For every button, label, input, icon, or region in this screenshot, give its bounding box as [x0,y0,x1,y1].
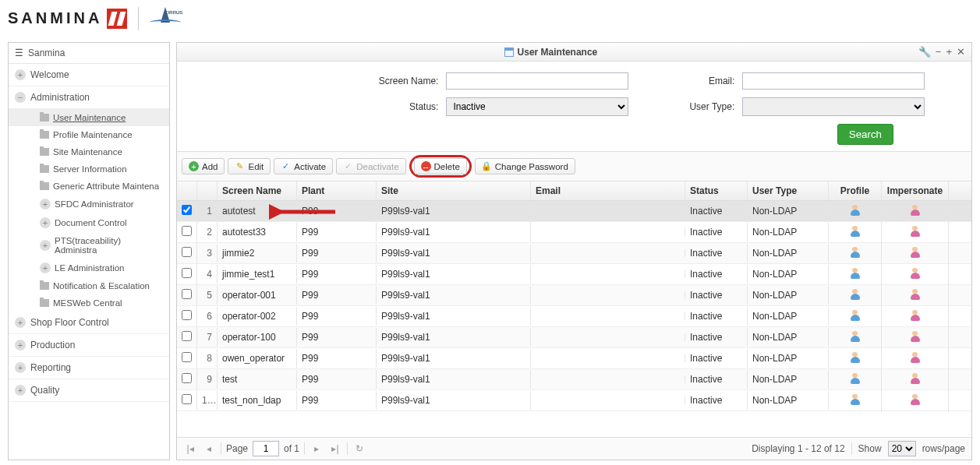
impersonate-icon[interactable] [909,225,922,238]
table-row[interactable]: 1autotestP99P99ls9-val1InactiveNon-LDAP [177,201,971,222]
screen-name-input[interactable] [446,72,628,90]
table-row[interactable]: 5operator-001P99P99ls9-val1InactiveNon-L… [177,285,971,306]
row-checkbox[interactable] [182,352,192,362]
expand-icon[interactable]: + [40,199,51,210]
sidebar-subitem[interactable]: Notification & Escalation [9,277,169,294]
profile-icon[interactable] [849,372,861,385]
impersonate-icon[interactable] [909,330,922,343]
sidebar-subitem[interactable]: Generic Attribute Maintena [9,178,169,195]
minimize-icon[interactable]: − [936,46,942,58]
sidebar-subitem[interactable]: User Maintenance [9,109,169,126]
col-site[interactable]: Site [377,181,531,200]
email-input[interactable] [742,72,925,90]
table-row[interactable]: 6operator-002P99P99ls9-val1InactiveNon-L… [177,306,971,327]
close-icon[interactable]: ✕ [957,46,965,58]
row-checkbox[interactable] [182,331,192,341]
user-type-select[interactable] [742,97,925,116]
impersonate-icon[interactable] [909,372,922,385]
sidebar-subitem[interactable]: +SFDC Administrator [9,195,169,213]
profile-icon[interactable] [849,330,861,343]
sidebar-subitem[interactable]: +PTS(traceability) Administra [9,232,169,259]
col-status[interactable]: Status [685,181,748,200]
row-checkbox[interactable] [182,247,192,257]
search-button[interactable]: Search [837,124,893,145]
col-email[interactable]: Email [531,181,685,200]
sidebar-subitem[interactable]: Site Maintenance [9,143,169,160]
col-screen-name[interactable]: Screen Name [218,181,297,200]
col-profile[interactable]: Profile [829,181,882,200]
profile-icon[interactable] [849,351,861,364]
impersonate-icon[interactable] [909,393,922,406]
grid-body[interactable]: 1autotestP99P99ls9-val1InactiveNon-LDAP2… [177,201,971,437]
sidebar-item[interactable]: +Welcome [9,64,169,86]
table-row[interactable]: 10test_non_ldapP99P99ls9-val1InactiveNon… [177,390,971,411]
maximize-icon[interactable]: + [946,46,952,58]
profile-icon[interactable] [849,267,861,280]
impersonate-icon[interactable] [909,351,922,364]
row-checkbox[interactable] [182,226,192,236]
row-checkbox[interactable] [182,310,192,320]
sidebar-subitem[interactable]: +LE Administration [9,259,169,277]
sidebar-subitem[interactable]: MESWeb Central [9,294,169,312]
table-row[interactable]: 8owen_operatorP99P99ls9-val1InactiveNon-… [177,348,971,369]
col-plant[interactable]: Plant [297,181,377,200]
sidebar-subitem[interactable]: +Document Control [9,213,169,232]
profile-icon[interactable] [849,288,861,301]
expand-icon[interactable]: + [15,385,26,396]
page-next-button[interactable]: ▸ [310,442,324,456]
deactivate-button[interactable]: ✓ Deactivate [336,158,405,174]
cell-status: Inactive [685,349,748,368]
expand-icon[interactable]: + [40,217,51,228]
profile-icon[interactable] [849,204,861,217]
sidebar-subitem[interactable]: Profile Maintenance [9,126,169,143]
impersonate-icon[interactable] [909,267,922,280]
expand-icon[interactable]: + [15,340,26,351]
col-user-type[interactable]: User Type [748,181,829,200]
profile-icon[interactable] [849,393,861,406]
profile-icon[interactable] [849,309,861,322]
sidebar-item[interactable]: −Administration [9,86,169,109]
wrench-icon[interactable]: 🔧 [918,46,931,58]
edit-button[interactable]: ✎ Edit [228,158,271,174]
profile-icon[interactable] [849,225,861,238]
row-checkbox[interactable] [182,373,192,383]
change-password-button[interactable]: 🔒 Change Password [475,158,575,174]
status-select[interactable]: Inactive [446,97,628,116]
table-row[interactable]: 9testP99P99ls9-val1InactiveNon-LDAP [177,369,971,390]
expand-icon[interactable]: + [15,317,26,328]
row-checkbox[interactable] [182,394,192,404]
expand-icon[interactable]: + [15,69,26,80]
col-impersonate[interactable]: Impersonate [882,181,949,200]
page-size-select[interactable]: 20 [888,441,916,456]
sidebar-item[interactable]: +Quality [9,379,169,402]
sidebar-item[interactable]: +Shop Floor Control [9,312,169,334]
profile-icon[interactable] [849,246,861,259]
row-checkbox[interactable] [182,268,192,278]
activate-button[interactable]: ✓ Activate [274,158,333,174]
impersonate-icon[interactable] [909,246,922,259]
row-checkbox[interactable] [182,205,192,215]
impersonate-icon[interactable] [909,204,922,217]
sidebar-subitem[interactable]: Server Information [9,160,169,178]
page-of-label: of 1 [284,443,299,454]
page-last-button[interactable]: ▸| [328,442,342,456]
page-prev-button[interactable]: ◂ [202,442,216,456]
collapse-icon[interactable]: − [15,92,26,103]
page-input[interactable] [253,441,279,456]
table-row[interactable]: 7operator-100P99P99ls9-val1InactiveNon-L… [177,327,971,348]
refresh-button[interactable]: ↻ [352,442,366,456]
impersonate-icon[interactable] [909,288,922,301]
impersonate-icon[interactable] [909,309,922,322]
delete-button[interactable]: – Delete [414,158,467,174]
row-checkbox[interactable] [182,289,192,299]
table-row[interactable]: 3jimmie2P99P99ls9-val1InactiveNon-LDAP [177,243,971,264]
page-first-button[interactable]: |◂ [183,442,197,456]
expand-icon[interactable]: + [40,262,51,273]
sidebar-item[interactable]: +Reporting [9,357,169,379]
table-row[interactable]: 4jimmie_test1P99P99ls9-val1InactiveNon-L… [177,264,971,285]
table-row[interactable]: 2autotest33P99P99ls9-val1InactiveNon-LDA… [177,222,971,243]
expand-icon[interactable]: + [15,362,26,373]
sidebar-item[interactable]: +Production [9,334,169,357]
expand-icon[interactable]: + [40,240,51,251]
add-button[interactable]: + Add [182,158,225,174]
